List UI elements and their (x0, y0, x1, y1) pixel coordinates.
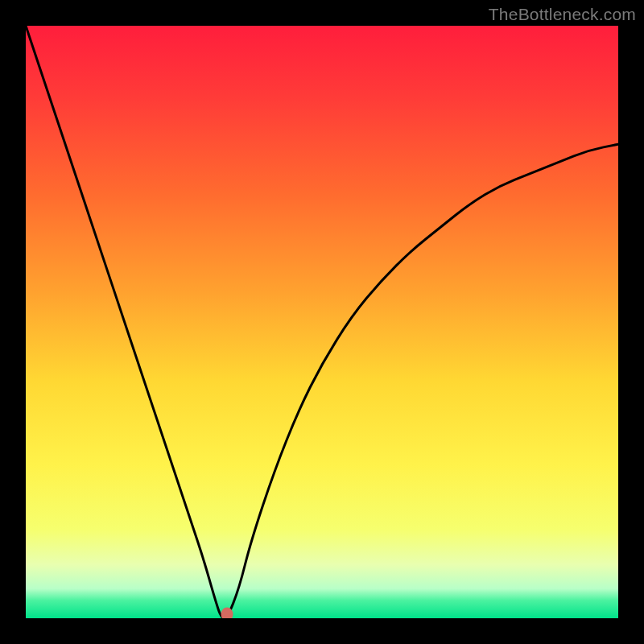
plot-area (26, 26, 618, 618)
watermark-label: TheBottleneck.com (489, 5, 636, 24)
bottleneck-curve (26, 26, 618, 618)
chart-frame: TheBottleneck.com (0, 0, 644, 644)
minimum-marker (221, 608, 233, 619)
